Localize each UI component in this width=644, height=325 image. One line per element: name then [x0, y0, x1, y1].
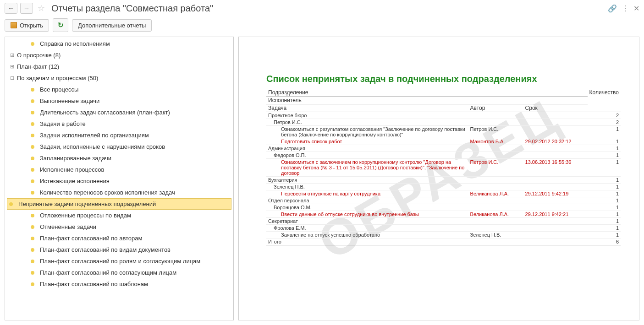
bullet-icon: [31, 179, 34, 183]
tree-item-label: План-факт согласований по согласующим ли…: [40, 269, 176, 276]
tree-item-label: Отложенные процессы по видам: [40, 212, 131, 219]
bullet-icon: [31, 260, 34, 263]
row-count: 1: [588, 218, 621, 225]
expand-icon[interactable]: ⊞: [9, 64, 15, 70]
tree-item[interactable]: Задачи в работе: [5, 118, 233, 130]
link-icon[interactable]: 🔗: [608, 4, 617, 13]
tree-item[interactable]: Задачи, исполненные с нарушениями сроков: [5, 141, 233, 152]
expand-icon[interactable]: ⊞: [9, 52, 15, 58]
tree-item[interactable]: Непринятые задачи подчиненных подразделе…: [7, 198, 231, 210]
tree-item[interactable]: Все процессы: [5, 84, 233, 95]
tree-item[interactable]: План-факт согласований по согласующим ли…: [5, 267, 233, 278]
tree-item-label: Задачи, исполненные с нарушениями сроков: [40, 143, 165, 150]
row-deadline: [523, 152, 588, 159]
row-text: Подготовить список работ: [266, 138, 468, 145]
tree-item-label: По задачам и процессам (50): [17, 75, 98, 81]
row-author: [468, 177, 523, 184]
tree-item-label: Исполнение процессов: [40, 166, 104, 173]
refresh-button[interactable]: ↻: [53, 18, 68, 32]
row-author: Мамонтов В.А.: [468, 138, 523, 145]
tree-item[interactable]: Отмененные задачи: [5, 221, 233, 233]
row-count: 2: [588, 119, 621, 126]
back-button[interactable]: ←: [5, 3, 17, 14]
main: Справка по исполнениям⊞О просрочке (8)⊞П…: [0, 37, 644, 325]
additional-reports-button[interactable]: Дополнительные отчеты: [72, 19, 152, 32]
report-row-dept: Бухгалтерия1: [266, 177, 621, 184]
tree-item[interactable]: Длительность задач согласования (план-фа…: [5, 107, 233, 118]
row-count: 1: [588, 126, 621, 138]
tree-item[interactable]: Отложенные процессы по видам: [5, 210, 233, 221]
report-row-executor: Зеленец Н.В.1: [266, 184, 621, 190]
row-deadline: 29.12.2011 9:42:19: [523, 190, 588, 197]
row-count: 1: [588, 211, 621, 218]
row-count: 1: [588, 159, 621, 177]
report-row-executor: Федоров О.П.1: [266, 152, 621, 159]
row-deadline: 13.06.2013 16:55:36: [523, 159, 588, 177]
row-count: 1: [588, 145, 621, 152]
tree-item[interactable]: План-факт согласований по видам документ…: [5, 244, 233, 255]
tree-item[interactable]: ⊞План-факт (12): [5, 61, 233, 72]
row-text: Ознакомиться с результатом согласования …: [266, 126, 468, 138]
tree-item-label: Непринятые задачи подчиненных подразделе…: [18, 200, 156, 207]
bullet-icon: [31, 122, 34, 126]
total-count: 6: [588, 238, 621, 245]
tree-item[interactable]: ⊟По задачам и процессам (50): [5, 72, 233, 84]
row-text: Перевести отпускные на карту сотрудника: [266, 190, 468, 197]
top-bar: ← → ☆ Отчеты раздела "Совместная работа"…: [0, 0, 644, 16]
row-count: 1: [588, 184, 621, 190]
row-count: 1: [588, 152, 621, 159]
bullet-icon: [31, 191, 34, 195]
col-task: Задача: [266, 104, 468, 112]
report-row-task: Ввести данные об отпуске сотрудника во в…: [266, 211, 621, 218]
row-count: 1: [588, 177, 621, 184]
bullet-icon: [9, 202, 13, 206]
tree-item[interactable]: План-факт согласований по авторам: [5, 233, 233, 244]
open-label: Открыть: [20, 22, 43, 29]
bullet-icon: [31, 157, 34, 160]
favorite-icon[interactable]: ☆: [38, 3, 45, 13]
report-row-task: Перевести отпускные на карту сотрудникаВ…: [266, 190, 621, 197]
forward-button[interactable]: →: [20, 3, 33, 14]
row-text: Проектное бюро: [266, 112, 468, 119]
report-row-dept: Администрация1: [266, 145, 621, 152]
header-row-3: Задача Автор Срок: [266, 104, 621, 112]
tree-item[interactable]: Количество переносов сроков исполнения з…: [5, 187, 233, 198]
row-author: Зеленец Н.В.: [468, 232, 523, 238]
additional-label: Дополнительные отчеты: [78, 22, 146, 29]
tree-item[interactable]: Исполнение процессов: [5, 164, 233, 175]
tree-item[interactable]: Задачи исполнителей по организациям: [5, 130, 233, 141]
page-title: Отчеты раздела "Совместная работа": [51, 3, 213, 14]
row-author: [468, 112, 523, 119]
tree-item[interactable]: План-факт согласований по ролям и соглас…: [5, 255, 233, 267]
row-author: [468, 152, 523, 159]
tree-item[interactable]: Запланированные задачи: [5, 152, 233, 164]
tree-item[interactable]: ⊞О просрочке (8): [5, 49, 233, 61]
reports-tree[interactable]: Справка по исполнениям⊞О просрочке (8)⊞П…: [5, 37, 234, 320]
row-text: Федоров О.П.: [266, 152, 468, 159]
header-row-2: Исполнитель: [266, 97, 621, 104]
header-row-1: Подразделение Количество: [266, 89, 621, 97]
open-button[interactable]: Открыть: [5, 19, 49, 32]
row-text: Заявление на отпуск успешно обработано: [266, 232, 468, 238]
tree-item[interactable]: План-факт согласований по шаблонам: [5, 278, 233, 290]
report-row-task: Заявление на отпуск успешно обработаноЗе…: [266, 232, 621, 238]
more-icon[interactable]: ⋮: [622, 4, 629, 13]
row-deadline: [523, 112, 588, 119]
row-author: [468, 145, 523, 152]
row-deadline: [523, 232, 588, 238]
bullet-icon: [31, 42, 34, 46]
close-icon[interactable]: ✕: [633, 4, 639, 13]
tree-item[interactable]: Справка по исполнениям: [5, 38, 233, 49]
col-deadline: Срок: [523, 104, 588, 112]
tree-item-label: Запланированные задачи: [40, 155, 111, 162]
report-row-executor: Воронцова О.М.1: [266, 204, 621, 211]
bullet-icon: [31, 237, 34, 240]
row-text: Секретариат: [266, 218, 468, 225]
tree-item[interactable]: Выполненные задачи: [5, 95, 233, 107]
row-deadline: [523, 225, 588, 232]
tree-item[interactable]: Истекающие исполнения: [5, 175, 233, 187]
row-author: [468, 184, 523, 190]
bullet-icon: [31, 214, 34, 217]
row-text: Бухгалтерия: [266, 177, 468, 184]
collapse-icon[interactable]: ⊟: [9, 75, 15, 81]
